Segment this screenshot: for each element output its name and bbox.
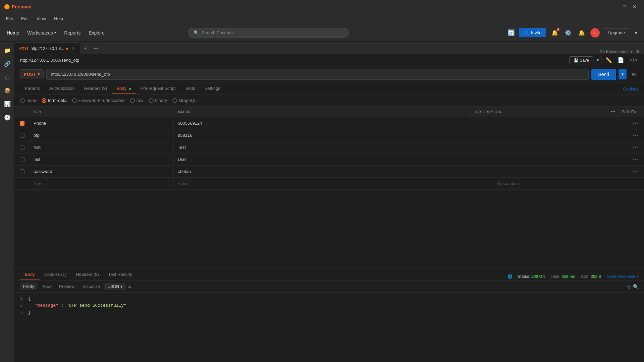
row-key-placeholder[interactable]: Key xyxy=(30,179,174,188)
row-value-otp[interactable]: 858116 xyxy=(174,131,493,140)
nav-workspaces[interactable]: Workspaces ▾ xyxy=(26,28,57,38)
save-dropdown-button[interactable]: ▾ xyxy=(595,56,601,64)
menu-help[interactable]: Help xyxy=(51,15,66,22)
save-button[interactable]: 💾 Save xyxy=(569,56,593,64)
checkbox-password[interactable] xyxy=(20,169,24,174)
radio-none[interactable] xyxy=(20,98,25,103)
row-more-button-3[interactable]: ••• xyxy=(633,144,639,150)
sidebar-item-environments[interactable]: ◻ xyxy=(1,71,13,83)
nav-reports[interactable]: Reports xyxy=(63,28,82,38)
checkbox-first[interactable] xyxy=(20,145,24,150)
row-value-last[interactable]: User xyxy=(174,155,493,164)
save-response-button[interactable]: Save Response ▾ xyxy=(607,274,639,279)
radio-binary[interactable] xyxy=(149,98,154,103)
row-key-otp[interactable]: otp xyxy=(30,131,174,140)
new-tab-button[interactable]: ＋ xyxy=(80,43,91,54)
eye-icon-button[interactable]: 👁 xyxy=(636,49,640,54)
row-checkbox-3[interactable] xyxy=(15,145,30,150)
code-snippet-button[interactable]: 📄 xyxy=(616,56,626,65)
format-preview-button[interactable]: Preview xyxy=(56,283,77,290)
row-checkbox-1[interactable] xyxy=(15,121,30,126)
row-key-first[interactable]: first xyxy=(30,143,174,152)
cookies-link[interactable]: Cookies xyxy=(623,84,639,94)
minimize-button[interactable]: ─ xyxy=(610,0,620,13)
more-options-icon[interactable]: ••• xyxy=(611,109,615,114)
code-button[interactable]: </> xyxy=(628,56,639,65)
more-tabs-button[interactable]: ••• xyxy=(91,43,101,54)
sidebar-item-monitors[interactable]: 📊 xyxy=(1,98,13,110)
row-key-phone[interactable]: Phone xyxy=(30,119,174,128)
menu-file[interactable]: File xyxy=(3,15,16,22)
upgrade-button[interactable]: Upgrade xyxy=(604,28,629,37)
maximize-button[interactable]: □ xyxy=(620,0,629,13)
checkbox-phone[interactable] xyxy=(20,121,24,126)
sidebar-item-collections[interactable]: 📁 xyxy=(1,44,13,56)
sync-icon-button[interactable]: 🔄 xyxy=(507,29,515,37)
tab-pre-request[interactable]: Pre-request Script xyxy=(136,83,180,94)
row-checkbox-5[interactable] xyxy=(15,169,30,174)
chevron-down-icon-nav[interactable]: ▾ xyxy=(633,28,639,37)
method-selector[interactable]: POST ▾ xyxy=(20,69,44,79)
search-bar[interactable]: 🔍 Search Postman xyxy=(188,28,349,38)
filter-icon[interactable]: ≡ xyxy=(128,284,131,289)
search-response-button[interactable]: 🔍 xyxy=(633,284,639,289)
tab-headers[interactable]: Headers (9) xyxy=(79,83,112,94)
radio-raw[interactable] xyxy=(130,98,135,103)
row-value-first[interactable]: Test xyxy=(174,143,493,152)
row-value-password[interactable]: chetan xyxy=(174,167,493,176)
row-more-button-2[interactable]: ••• xyxy=(633,132,639,138)
radio-urlencoded[interactable] xyxy=(72,98,77,103)
url-input[interactable] xyxy=(46,69,589,80)
nav-home[interactable]: Home xyxy=(5,28,20,38)
invite-button[interactable]: 👤 Invite xyxy=(519,28,546,37)
row-value-phone[interactable]: 6005569124 xyxy=(174,119,493,128)
copy-response-button[interactable]: ⎘ xyxy=(628,284,630,289)
checkbox-otp[interactable] xyxy=(20,133,24,138)
send-dropdown-button[interactable]: ▾ xyxy=(619,69,627,79)
settings-icon-button[interactable]: ⚙️ xyxy=(564,28,573,37)
format-visualize-button[interactable]: Visualize xyxy=(80,283,103,290)
sidebar-item-history[interactable]: 🕐 xyxy=(1,111,13,123)
menu-edit[interactable]: Edit xyxy=(18,15,32,22)
avatar-button[interactable]: U xyxy=(590,28,600,38)
request-tab[interactable]: POST http://127.0.0.1:8... ✕ xyxy=(15,43,80,54)
send-button[interactable]: Send xyxy=(591,69,616,80)
body-type-urlencoded[interactable]: x-www-form-urlencoded xyxy=(72,98,125,103)
radio-formdata[interactable] xyxy=(42,98,46,103)
close-button[interactable]: ✕ xyxy=(629,0,640,13)
checkbox-last[interactable] xyxy=(20,157,24,162)
json-type-selector[interactable]: JSON ▾ xyxy=(105,283,125,290)
body-type-raw[interactable]: raw xyxy=(130,98,144,103)
body-type-none[interactable]: none xyxy=(20,98,36,103)
bulk-edit-button[interactable]: Bulk Edit xyxy=(622,109,639,114)
nav-explore[interactable]: Explore xyxy=(87,28,106,38)
response-tab-test-results[interactable]: Test Results xyxy=(104,269,137,280)
format-raw-button[interactable]: Raw xyxy=(40,283,54,290)
right-panel-toggle[interactable]: ⊞ xyxy=(629,70,639,78)
tab-params[interactable]: Params xyxy=(20,83,45,94)
row-more-button-1[interactable]: ••• xyxy=(633,120,639,126)
tab-body[interactable]: Body xyxy=(112,83,136,94)
row-more-button-4[interactable]: ••• xyxy=(633,157,639,163)
edit-description-button[interactable]: ✏️ xyxy=(604,56,613,65)
tab-authorization[interactable]: Authorization xyxy=(45,83,79,94)
body-type-binary[interactable]: binary xyxy=(149,98,167,103)
format-pretty-button[interactable]: Pretty xyxy=(20,283,37,290)
row-value-placeholder[interactable]: Value xyxy=(174,179,493,188)
row-checkbox-4[interactable] xyxy=(15,157,30,162)
row-checkbox-2[interactable] xyxy=(15,133,30,138)
tab-close-icon[interactable]: ✕ xyxy=(71,46,75,51)
menu-view[interactable]: View xyxy=(33,15,49,22)
body-type-formdata[interactable]: form-data xyxy=(42,98,67,103)
sidebar-item-api[interactable]: 🔗 xyxy=(1,58,13,70)
notification-icon-button[interactable]: 🔔 xyxy=(577,28,586,37)
tab-tests[interactable]: Tests xyxy=(180,83,200,94)
response-tab-body[interactable]: Body xyxy=(20,269,40,280)
environment-selector[interactable]: No Environment ▾ 👁 xyxy=(600,49,644,54)
row-key-password[interactable]: password xyxy=(30,167,174,176)
response-tab-headers[interactable]: Headers (9) xyxy=(71,269,104,280)
response-tab-cookies[interactable]: Cookies (1) xyxy=(40,269,71,280)
sidebar-item-mock[interactable]: 📦 xyxy=(1,84,13,97)
body-type-graphql[interactable]: GraphQL xyxy=(172,98,197,103)
radio-graphql[interactable] xyxy=(172,98,177,103)
